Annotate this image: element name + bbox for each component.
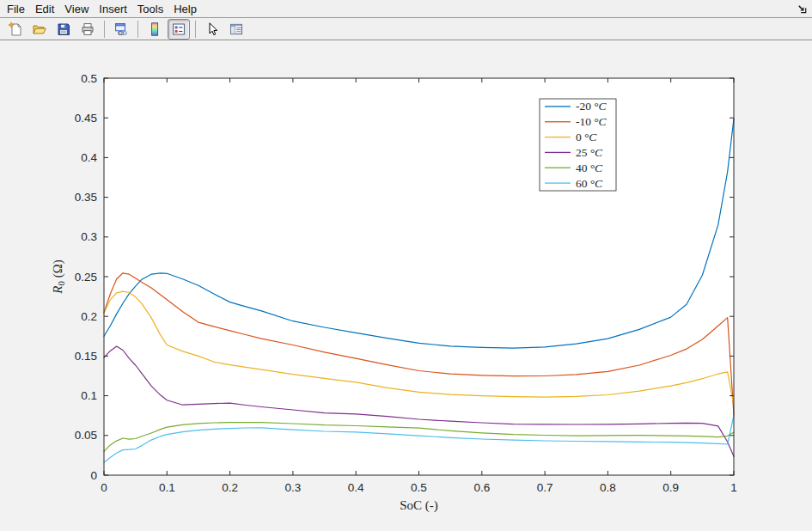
y-tick-label: 0.25: [75, 271, 97, 284]
y-tick-label: 0.05: [75, 429, 97, 442]
new-figure-button[interactable]: [4, 19, 27, 40]
menu-insert[interactable]: Insert: [94, 1, 132, 17]
x-tick-label: 0.9: [662, 481, 679, 494]
insert-legend-button[interactable]: [168, 19, 190, 40]
menu-tools[interactable]: Tools: [132, 1, 168, 17]
y-tick-label: 0.5: [81, 72, 97, 85]
legend-label-3: 25°C: [576, 146, 603, 159]
x-tick-label: 0.8: [600, 481, 616, 494]
link-plot-icon: [113, 21, 129, 37]
new-figure-icon: [8, 21, 23, 37]
y-axis-label: R0 (Ω): [51, 259, 66, 295]
colorbar-icon: [147, 21, 162, 37]
x-tick-label: 0.1: [159, 481, 175, 494]
edit-plot-button[interactable]: [201, 19, 223, 40]
legend-label-2: 0°C: [576, 131, 597, 143]
property-inspector-button[interactable]: [225, 19, 247, 40]
figure-canvas: 00.10.20.30.40.50.60.70.80.9100.050.10.1…: [0, 41, 812, 531]
x-tick-label: 0.2: [222, 481, 238, 494]
link-plot-button[interactable]: [110, 19, 132, 40]
figure-window: File Edit View Insert Tools Help: [0, 0, 812, 531]
menu-file[interactable]: File: [2, 1, 30, 17]
menu-help[interactable]: Help: [168, 1, 202, 17]
plot-canvas: 00.10.20.30.40.50.60.70.80.9100.050.10.1…: [0, 41, 812, 531]
save-figure-button[interactable]: [52, 19, 75, 40]
menu-view[interactable]: View: [59, 1, 94, 17]
x-tick-label: 0.7: [537, 481, 553, 494]
printer-icon: [80, 21, 95, 37]
cursor-arrow-icon: [205, 21, 220, 37]
menu-bar: File Edit View Insert Tools Help: [0, 0, 812, 18]
x-tick-label: 0.6: [473, 481, 490, 494]
y-tick-label: 0.1: [81, 389, 97, 402]
y-tick-label: 0: [90, 469, 97, 482]
y-tick-label: 0.15: [75, 350, 97, 363]
y-tick-label: 0.35: [75, 191, 97, 204]
y-tick-label: 0.3: [81, 230, 97, 243]
menu-edit[interactable]: Edit: [30, 1, 59, 17]
print-figure-button[interactable]: [76, 19, 99, 40]
toolbar-separator: [104, 21, 105, 38]
x-tick-label: 0: [101, 481, 107, 494]
legend-label-5: 60°C: [576, 177, 603, 190]
x-tick-label: 0.5: [411, 481, 427, 494]
legend-icon: [171, 21, 186, 37]
y-tick-label: 0.4: [81, 151, 97, 164]
open-folder-icon: [32, 21, 47, 37]
legend[interactable]: -20°C-10°C0°C25°C40°C60°C: [540, 99, 616, 191]
x-tick-label: 0.4: [348, 481, 364, 494]
legend-label-4: 40°C: [576, 162, 603, 174]
y-tick-label: 0.2: [81, 310, 97, 323]
y-tick-label: 0.45: [75, 112, 97, 125]
x-axis-label: SoC (-): [400, 498, 438, 513]
open-file-button[interactable]: [28, 19, 51, 40]
toolbar-separator: [195, 21, 196, 38]
dock-figure-button[interactable]: [797, 3, 808, 15]
dock-arrow-icon: [797, 4, 807, 14]
plot-area: [104, 78, 734, 475]
toolbar-separator: [137, 21, 138, 38]
save-floppy-icon: [56, 21, 71, 37]
property-inspector-icon: [229, 21, 244, 37]
x-tick-label: 0.3: [285, 481, 302, 494]
x-tick-label: 1: [730, 481, 737, 494]
figure-toolbar: [0, 18, 812, 40]
insert-colorbar-button[interactable]: [143, 19, 166, 40]
